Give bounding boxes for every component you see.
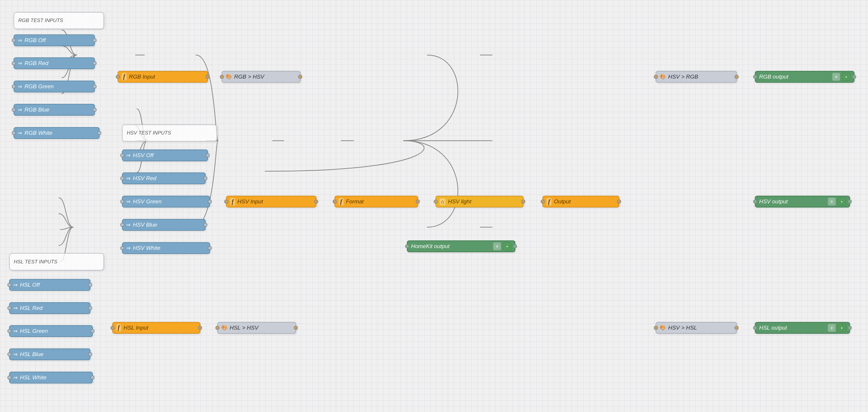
rgb-input-icon: f	[122, 73, 127, 80]
hsl-output-toggle-btn[interactable]: ▪	[838, 324, 846, 332]
hsv-white-port-right	[208, 246, 212, 250]
hsv-light[interactable]: ⌂HSV light	[435, 196, 524, 207]
hsl-output[interactable]: HSL output≡▪	[755, 322, 850, 334]
hsv-output-toggle-btn[interactable]: ▪	[838, 198, 846, 206]
hsv-hsl-port-left	[654, 326, 658, 330]
hsl-off-icon: ⇒	[13, 282, 18, 288]
rgb-blue-label: RGB Blue	[25, 106, 91, 113]
hsl-input[interactable]: fHSL Input	[112, 322, 200, 334]
rgb-input-label: RGB Input	[129, 74, 204, 80]
hsv-red-port-right	[203, 176, 208, 180]
hsl-white-port-left	[7, 376, 11, 380]
hsl-input-label: HSL Input	[123, 324, 196, 331]
homekit-out[interactable]: HomeKit output≡▪	[407, 240, 515, 252]
rgb-input-port-right	[206, 75, 210, 79]
hsv-blue[interactable]: ⇒HSV Blue	[122, 219, 206, 231]
hsl-hsv-icon: 🎨	[221, 324, 227, 331]
hsv-rgb-label: HSV > RGB	[668, 74, 733, 80]
hsl-test-group: HSL TEST INPUTS	[9, 253, 104, 270]
hsv-white[interactable]: ⇒HSV White	[122, 242, 210, 254]
format-label: Format	[346, 198, 414, 205]
hsv-blue-port-left	[120, 223, 124, 227]
hsl-red-icon: ⇒	[13, 305, 18, 311]
rgb-green-port-right	[93, 84, 97, 89]
hsv-hsl-icon: 🎨	[660, 324, 666, 331]
hsv-green-icon: ⇒	[126, 198, 130, 205]
rgb-white-port-left	[12, 131, 16, 135]
hsl-hsv[interactable]: 🎨HSL > HSV	[217, 322, 297, 334]
rgb-white[interactable]: ⇒RGB White	[13, 127, 100, 139]
output-port-right	[617, 200, 621, 204]
rgb-input[interactable]: fRGB Input	[118, 71, 208, 83]
output[interactable]: fOutput	[542, 196, 619, 207]
hsv-output-menu-btn[interactable]: ≡	[828, 198, 836, 206]
output-port-left	[541, 200, 545, 204]
rgb-off-icon: ⇒	[18, 37, 22, 43]
homekit-out-menu-btn[interactable]: ≡	[493, 242, 501, 250]
rgb-off-label: RGB Off	[25, 37, 91, 43]
rgb-off[interactable]: ⇒RGB Off	[13, 34, 95, 46]
hsv-hsl[interactable]: 🎨HSV > HSL	[656, 322, 737, 334]
hsl-red-port-right	[88, 306, 92, 310]
output-icon: f	[547, 198, 552, 205]
rgb-white-label: RGB White	[25, 130, 95, 136]
hsv-rgb[interactable]: 🎨HSV > RGB	[656, 71, 737, 83]
hsl-off-port-left	[7, 283, 11, 287]
rgb-hsv-port-left	[220, 75, 224, 79]
rgb-off-port-right	[93, 38, 97, 42]
hsv-off[interactable]: ⇒HSV Off	[122, 149, 208, 161]
hsv-input-icon: f	[230, 198, 235, 205]
rgb-output-menu-btn[interactable]: ≡	[832, 73, 840, 81]
hsv-input-label: HSV Input	[238, 198, 312, 205]
hsv-hsl-label: HSV > HSL	[668, 324, 733, 331]
hsv-output[interactable]: HSV output≡▪	[755, 196, 850, 207]
hsl-input-icon: f	[116, 324, 121, 331]
hsv-white-icon: ⇒	[126, 245, 130, 251]
hsl-green[interactable]: ⇒HSL Green	[9, 325, 93, 337]
rgb-green[interactable]: ⇒RGB Green	[13, 81, 95, 93]
rgb-blue-port-right	[93, 108, 97, 112]
hsv-white-label: HSV White	[133, 245, 206, 251]
rgb-test-group: RGB TEST INPUTS	[13, 12, 104, 29]
homekit-out-port-right	[513, 244, 517, 248]
rgb-green-icon: ⇒	[18, 83, 22, 90]
hsl-off[interactable]: ⇒HSL Off	[9, 279, 90, 291]
rgb-blue[interactable]: ⇒RGB Blue	[13, 104, 95, 116]
hsv-light-port-left	[434, 200, 438, 204]
rgb-hsv-icon: 🎨	[226, 74, 232, 80]
hsv-green[interactable]: ⇒HSV Green	[122, 196, 210, 207]
rgb-blue-icon: ⇒	[18, 106, 22, 113]
hsl-red[interactable]: ⇒HSL Red	[9, 302, 90, 314]
hsl-white-label: HSL White	[20, 374, 89, 381]
hsv-input-port-right	[314, 200, 318, 204]
rgb-green-label: RGB Green	[25, 83, 91, 90]
hsl-blue-port-right	[88, 352, 92, 356]
output-label: Output	[554, 198, 615, 205]
hsl-white[interactable]: ⇒HSL White	[9, 372, 93, 383]
hsv-red[interactable]: ⇒HSV Red	[122, 172, 206, 184]
hsl-red-port-left	[7, 306, 11, 310]
hsv-off-port-right	[206, 153, 210, 158]
rgb-hsv-port-right	[298, 75, 302, 79]
hsl-green-port-left	[7, 329, 11, 333]
format-port-right	[416, 200, 420, 204]
rgb-output-toggle-btn[interactable]: ▪	[842, 73, 850, 81]
hsl-white-icon: ⇒	[13, 374, 18, 381]
homekit-out-toggle-btn[interactable]: ▪	[503, 242, 511, 250]
rgb-off-port-left	[12, 38, 16, 42]
format[interactable]: fFormat	[334, 196, 418, 207]
rgb-hsv[interactable]: 🎨RGB > HSV	[222, 71, 301, 83]
hsv-off-port-left	[120, 153, 124, 158]
hsl-output-menu-btn[interactable]: ≡	[828, 324, 836, 332]
hsv-off-icon: ⇒	[126, 152, 130, 159]
hsv-red-label: HSV Red	[133, 175, 202, 181]
hsl-green-icon: ⇒	[13, 328, 18, 334]
hsl-off-label: HSL Off	[20, 282, 86, 288]
rgb-output[interactable]: RGB output≡▪	[755, 71, 855, 83]
hsv-input[interactable]: fHSV Input	[226, 196, 316, 207]
rgb-red-icon: ⇒	[18, 60, 22, 67]
rgb-blue-port-left	[12, 108, 16, 112]
hsl-blue[interactable]: ⇒HSL Blue	[9, 348, 90, 360]
rgb-red[interactable]: ⇒RGB Red	[13, 57, 95, 69]
hsv-green-port-left	[120, 200, 124, 204]
